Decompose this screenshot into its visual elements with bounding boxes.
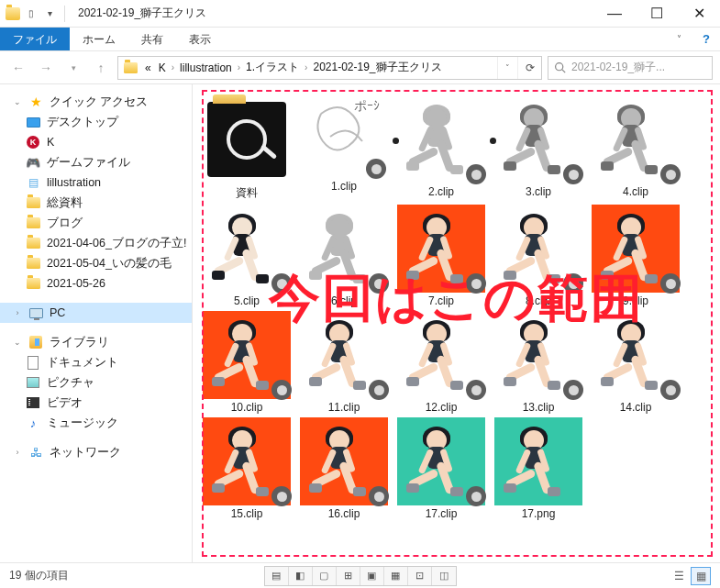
- sidebar-item[interactable]: ビデオ: [0, 393, 192, 413]
- file-name: 5.clip: [234, 294, 260, 307]
- sidebar-label: PC: [50, 306, 65, 319]
- sidebar-label: ネットワーク: [50, 445, 121, 460]
- tab-share[interactable]: 共有: [128, 28, 176, 50]
- picture-icon: [27, 377, 39, 388]
- nav-up[interactable]: ↑: [90, 57, 112, 79]
- search-input[interactable]: 2021-02-19_獅子...: [548, 56, 713, 80]
- help-button[interactable]: ?: [692, 28, 720, 50]
- file-item[interactable]: 16.clip: [295, 417, 393, 520]
- sidebar-item-label: ピクチャ: [47, 375, 94, 391]
- breadcrumb-part[interactable]: 2021-02-19_獅子王クリス: [309, 60, 445, 75]
- file-item[interactable]: 5.clip: [198, 205, 295, 307]
- sidebar-item[interactable]: ドキュメント: [0, 352, 192, 372]
- file-item[interactable]: 14.clip: [587, 311, 684, 414]
- file-item[interactable]: 4.clip: [587, 95, 684, 201]
- tool-button[interactable]: ◫: [432, 567, 456, 585]
- content-pane[interactable]: 資料ポｰｼ1.clip2.clip3.clip4.clip5.clip6.cli…: [193, 84, 720, 562]
- file-thumb: [203, 205, 291, 293]
- breadcrumb-part[interactable]: 1.イラスト: [242, 60, 303, 75]
- file-item[interactable]: 資料: [198, 95, 295, 201]
- nav-recent[interactable]: ▾: [62, 57, 84, 79]
- minimize-button[interactable]: —: [593, 0, 636, 28]
- tab-view[interactable]: 表示: [176, 28, 224, 50]
- breadcrumb-prefix[interactable]: «: [141, 61, 155, 74]
- clip-badge-icon: [563, 380, 583, 400]
- folder-icon: [27, 278, 40, 289]
- sidebar-item[interactable]: KK: [0, 132, 192, 152]
- file-item[interactable]: 3.clip: [490, 95, 587, 201]
- sidebar-network[interactable]: › 🖧 ネットワーク: [0, 442, 192, 462]
- file-item[interactable]: 7.clip: [393, 205, 490, 307]
- file-item[interactable]: 13.clip: [490, 311, 587, 414]
- file-item[interactable]: 17.clip: [393, 417, 490, 520]
- tool-button[interactable]: ⊡: [408, 567, 432, 585]
- tab-home[interactable]: ホーム: [70, 28, 128, 50]
- file-item[interactable]: 8.clip: [490, 205, 587, 307]
- chevron-right-icon[interactable]: ›: [303, 62, 309, 72]
- sidebar-quick-access[interactable]: ⌄ ★ クイック アクセス: [0, 92, 192, 112]
- file-item[interactable]: 9.clip: [587, 205, 684, 307]
- chevron-right-icon[interactable]: ›: [236, 62, 242, 72]
- file-thumb: [300, 205, 388, 293]
- address-dropdown[interactable]: ˅: [497, 57, 517, 79]
- list-icon: ▤: [28, 176, 39, 189]
- file-item[interactable]: 12.clip: [393, 311, 490, 414]
- file-item[interactable]: 17.png: [490, 417, 587, 520]
- maximize-button[interactable]: ☐: [636, 0, 678, 28]
- sidebar-item[interactable]: デスクトップ: [0, 112, 192, 132]
- tool-button[interactable]: ▣: [360, 567, 384, 585]
- dot-icon: [490, 138, 496, 144]
- sidebar-item[interactable]: ♪ミュージック: [0, 413, 192, 433]
- file-name: 17.clip: [426, 507, 458, 520]
- titlebar: ▯ ▾ 2021-02-19_獅子王クリス — ☐ ✕: [0, 0, 720, 28]
- tab-file[interactable]: ファイル: [0, 28, 70, 50]
- sidebar-item[interactable]: ブログ: [0, 213, 192, 233]
- file-item[interactable]: 10.clip: [198, 311, 295, 414]
- file-thumb: [300, 311, 388, 399]
- refresh-button[interactable]: ⟳: [517, 57, 541, 79]
- tool-button[interactable]: ▤: [265, 567, 289, 585]
- breadcrumb-part[interactable]: K: [155, 61, 170, 74]
- sidebar-pc[interactable]: › PC: [0, 303, 192, 323]
- sidebar-item[interactable]: ▤lillustration: [0, 172, 192, 193]
- nav-back[interactable]: ←: [7, 57, 29, 79]
- breadcrumb-part[interactable]: lillustration: [176, 61, 236, 74]
- file-thumb: [203, 311, 291, 399]
- sidebar-item[interactable]: 🎮ゲームファイル: [0, 152, 192, 172]
- tool-button[interactable]: ▦: [384, 567, 408, 585]
- file-item[interactable]: 6.clip: [295, 205, 393, 307]
- close-button[interactable]: ✕: [678, 0, 720, 28]
- qat-dropdown[interactable]: ▾: [42, 6, 57, 21]
- tool-button[interactable]: ▢: [313, 567, 337, 585]
- file-name: 12.clip: [426, 401, 458, 414]
- sidebar-item[interactable]: ピクチャ: [0, 372, 192, 393]
- clip-badge-icon: [466, 380, 486, 400]
- status-count: 19 個の項目: [9, 568, 69, 583]
- sidebar-item[interactable]: 2021-05-26: [0, 273, 192, 294]
- tool-button[interactable]: ◧: [289, 567, 313, 585]
- file-name: 4.clip: [623, 185, 648, 198]
- nav-forward[interactable]: →: [35, 57, 57, 79]
- file-item[interactable]: ポｰｼ1.clip: [295, 95, 393, 201]
- file-item[interactable]: 15.clip: [198, 417, 295, 520]
- sidebar-label: ライブラリ: [50, 335, 109, 350]
- ribbon-collapse[interactable]: ˅: [665, 28, 692, 50]
- tool-button[interactable]: ⊞: [337, 567, 360, 585]
- sidebar-item[interactable]: 総資料: [0, 193, 192, 213]
- sidebar-item-label: 2021-05-04_いの髪の毛: [47, 256, 172, 272]
- address-bar[interactable]: « K› lillustration› 1.イラスト› 2021-02-19_獅…: [117, 56, 542, 80]
- chevron-right-icon[interactable]: ›: [170, 62, 176, 72]
- sidebar-item[interactable]: 2021-04-06_ブログの子立!: [0, 233, 192, 253]
- sidebar-item-label: 2021-05-26: [47, 277, 105, 290]
- sidebar-libraries[interactable]: ⌄ ライブラリ: [0, 332, 192, 352]
- sidebar-item-label: ドキュメント: [47, 355, 118, 371]
- qat-button[interactable]: ▯: [24, 6, 39, 21]
- clip-badge-icon: [466, 164, 486, 184]
- file-item[interactable]: 11.clip: [295, 311, 393, 414]
- view-thumbnails-button[interactable]: ▦: [691, 567, 711, 585]
- view-details-button[interactable]: ☰: [669, 567, 689, 585]
- sidebar-item[interactable]: 2021-05-04_いの髪の毛: [0, 253, 192, 273]
- clip-badge-icon: [271, 380, 292, 400]
- file-item[interactable]: 2.clip: [393, 95, 490, 201]
- nav-row: ← → ▾ ↑ « K› lillustration› 1.イラスト› 2021…: [0, 51, 720, 84]
